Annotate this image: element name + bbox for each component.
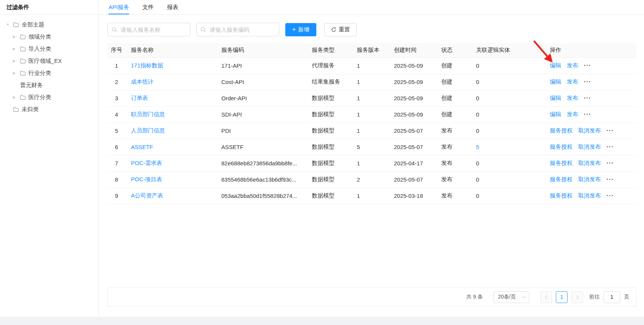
tree-node[interactable]: 未归类 xyxy=(0,103,98,115)
action-link[interactable]: 服务授权 xyxy=(550,160,572,166)
refresh-icon xyxy=(331,27,336,32)
service-name-link[interactable]: 成本统计 xyxy=(131,78,154,85)
caret-right-icon[interactable]: ▶ xyxy=(13,96,20,99)
caret-down-icon[interactable]: ▼ xyxy=(6,23,13,26)
total-count: 共 9 条 xyxy=(466,294,483,300)
page-size-select[interactable]: 20条/页 xyxy=(493,291,529,303)
entities-count-link[interactable]: 5 xyxy=(476,144,479,150)
tree-node[interactable]: ▼全部主题 xyxy=(0,19,98,31)
service-name-link[interactable]: A公司资产表 xyxy=(131,192,163,199)
table-cell: 2025-03-18 xyxy=(390,188,437,204)
action-link[interactable]: 发布 xyxy=(567,95,578,101)
more-actions-icon[interactable]: ··· xyxy=(584,78,591,85)
table-cell: 创建 xyxy=(437,90,472,106)
table-row: 3订单表Order-API数据模型12025-05-09创建0编辑发布··· xyxy=(107,90,636,106)
service-name-link[interactable]: 人员部门信息 xyxy=(131,127,165,134)
action-link[interactable]: 发布 xyxy=(567,111,578,117)
service-name-link[interactable]: 订单表 xyxy=(131,95,148,101)
service-name-link[interactable]: 171指标数据 xyxy=(131,62,163,68)
actions-cell: 服务授权取消发布··· xyxy=(546,123,636,139)
service-name-search xyxy=(107,23,190,36)
toolbar: + 新增 重置 xyxy=(107,23,644,36)
action-link[interactable]: 服务授权 xyxy=(550,127,572,134)
table-row: 8POC-项目表6355468b56e6ac13b6df93c...数据模型22… xyxy=(107,171,636,188)
table-cell: 2025-05-09 xyxy=(390,90,437,106)
reset-button[interactable]: 重置 xyxy=(324,23,357,36)
table-cell: 171指标数据 xyxy=(127,58,218,74)
prev-page-button[interactable] xyxy=(540,291,552,303)
action-link[interactable]: 发布 xyxy=(567,78,578,85)
action-link[interactable]: 编辑 xyxy=(550,111,561,117)
service-name-link[interactable]: POC-需求表 xyxy=(131,160,162,166)
more-actions-icon[interactable]: ··· xyxy=(607,192,614,199)
add-button[interactable]: + 新增 xyxy=(285,23,316,36)
tree-node-label: 领域分类 xyxy=(28,33,51,40)
plus-icon: + xyxy=(292,26,296,33)
more-actions-icon[interactable]: ··· xyxy=(607,127,614,134)
action-link[interactable]: 服务授权 xyxy=(550,143,572,150)
tab-file[interactable]: 文件 xyxy=(142,0,154,14)
next-page-button[interactable] xyxy=(571,291,583,303)
column-header: 操作 xyxy=(546,43,636,58)
table-cell: 发布 xyxy=(437,123,472,139)
service-code-input[interactable] xyxy=(209,26,275,33)
table-cell: 创建 xyxy=(437,58,472,74)
action-link[interactable]: 取消发布 xyxy=(578,143,601,150)
caret-right-icon[interactable]: ▶ xyxy=(13,47,20,51)
tree-node[interactable]: ▶领域分类 xyxy=(0,31,98,43)
table-cell: 1 xyxy=(353,74,390,90)
pagination-bar: 共 9 条 20条/页 1 前往 页 xyxy=(107,288,636,306)
action-link[interactable]: 编辑 xyxy=(550,78,561,85)
table-cell: 3 xyxy=(107,90,127,106)
page-unit-label: 页 xyxy=(624,294,629,300)
table-cell: PDI xyxy=(218,123,308,139)
tree-node[interactable]: ▶行业分类 xyxy=(0,67,98,79)
tree-node[interactable]: 普元财务 xyxy=(0,79,98,91)
table-body: 1171指标数据171-API代理服务12025-05-09创建0编辑发布···… xyxy=(107,58,636,204)
tree-node-label: 医疗分类 xyxy=(28,94,51,101)
actions-cell: 服务授权取消发布··· xyxy=(546,155,636,171)
goto-page-input[interactable] xyxy=(604,291,620,303)
caret-right-icon[interactable]: ▶ xyxy=(13,59,20,63)
tree-node[interactable]: ▶导入分类 xyxy=(0,43,98,55)
service-name-link[interactable]: 职员部门信息 xyxy=(131,111,165,117)
action-link[interactable]: 服务授权 xyxy=(550,192,572,199)
folder-icon xyxy=(20,59,26,64)
action-link[interactable]: 取消发布 xyxy=(578,192,601,199)
table-cell: 5 xyxy=(107,123,127,139)
more-actions-icon[interactable]: ··· xyxy=(584,111,591,117)
table-cell: 创建 xyxy=(437,106,472,123)
action-link[interactable]: 取消发布 xyxy=(578,160,601,166)
service-name-input[interactable] xyxy=(120,26,186,33)
more-actions-icon[interactable]: ··· xyxy=(607,176,614,182)
more-actions-icon[interactable]: ··· xyxy=(607,143,614,150)
table-row: 5人员部门信息PDI数据模型12025-05-07发布0服务授权取消发布··· xyxy=(107,123,636,139)
action-link[interactable]: 编辑 xyxy=(550,62,561,68)
table-cell: 171-API xyxy=(218,58,308,74)
actions-cell: 编辑发布··· xyxy=(546,58,636,74)
table-cell: 2025-05-09 xyxy=(390,106,437,123)
more-actions-icon[interactable]: ··· xyxy=(584,62,591,68)
tree-node[interactable]: ▶医疗分类 xyxy=(0,91,98,103)
service-name-link[interactable]: POC-项目表 xyxy=(131,176,162,182)
table-cell: 0 xyxy=(472,58,546,74)
service-name-link[interactable]: ASSETF xyxy=(131,144,153,150)
current-page-button[interactable]: 1 xyxy=(556,291,568,303)
tree-node[interactable]: ▶医疗领域_EX xyxy=(0,55,98,67)
table-cell: 0 xyxy=(472,90,546,106)
action-link[interactable]: 服务授权 xyxy=(550,176,572,182)
action-link[interactable]: 取消发布 xyxy=(578,176,601,182)
action-link[interactable]: 取消发布 xyxy=(578,127,601,134)
caret-right-icon[interactable]: ▶ xyxy=(13,35,20,39)
action-link[interactable]: 编辑 xyxy=(550,95,561,101)
more-actions-icon[interactable]: ··· xyxy=(584,95,591,101)
caret-right-icon[interactable]: ▶ xyxy=(13,72,20,75)
table-cell: Order-API xyxy=(218,90,308,106)
folder-icon xyxy=(20,71,26,76)
tab-report[interactable]: 报表 xyxy=(167,0,178,14)
action-link[interactable]: 发布 xyxy=(567,62,578,68)
tab-api-service[interactable]: API服务 xyxy=(109,0,129,14)
table-cell: 创建 xyxy=(437,74,472,90)
more-actions-icon[interactable]: ··· xyxy=(607,160,614,166)
table-cell: 0 xyxy=(472,171,546,188)
